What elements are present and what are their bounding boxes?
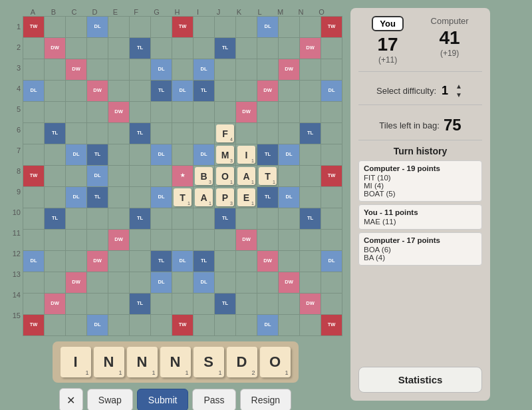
board-cell[interactable]: DL — [257, 315, 278, 335]
board-cell[interactable] — [87, 272, 108, 293]
board-cell[interactable] — [257, 102, 278, 122]
board-cell[interactable] — [172, 38, 193, 59]
board-cell[interactable]: DL — [23, 81, 44, 101]
board-cell[interactable] — [108, 272, 129, 293]
board-cell[interactable]: TL — [45, 123, 65, 144]
board-cell[interactable] — [108, 251, 129, 272]
board-cell[interactable] — [130, 166, 150, 186]
board-cell[interactable]: TL — [45, 208, 65, 229]
board-cell[interactable]: DL — [66, 187, 86, 208]
board-cell[interactable] — [66, 38, 86, 59]
board-cell[interactable] — [151, 17, 172, 37]
board-cell[interactable] — [279, 251, 299, 272]
board-cell[interactable] — [87, 38, 108, 59]
board-cell[interactable]: DL — [172, 251, 193, 272]
board-cell[interactable] — [321, 144, 342, 165]
board-cell[interactable]: TL — [215, 294, 235, 314]
board-cell[interactable]: TW — [23, 315, 44, 335]
board-cell[interactable]: TL — [257, 187, 278, 208]
board-cell[interactable] — [45, 17, 65, 37]
board-cell[interactable] — [236, 38, 257, 59]
board-cell[interactable]: DL — [321, 81, 342, 101]
board-cell[interactable] — [87, 294, 108, 314]
hand-tile[interactable]: I1 — [61, 347, 91, 377]
board-cell[interactable] — [257, 123, 278, 144]
board-cell[interactable] — [194, 123, 214, 144]
hand-tile[interactable]: N1 — [160, 347, 191, 377]
board-cell[interactable] — [23, 208, 44, 229]
board-cell[interactable] — [215, 251, 235, 272]
board-cell[interactable]: DW — [236, 102, 257, 122]
board-cell[interactable] — [66, 17, 86, 37]
board-cell[interactable]: DL — [87, 17, 108, 37]
board-cell[interactable] — [300, 230, 321, 250]
board-cell[interactable]: I1 — [236, 144, 257, 165]
board-cell[interactable] — [172, 208, 193, 229]
board-cell[interactable] — [300, 272, 321, 293]
board-cell[interactable] — [108, 315, 129, 335]
board-cell[interactable] — [45, 102, 65, 122]
board-cell[interactable] — [151, 230, 172, 250]
board-cell[interactable] — [45, 251, 65, 272]
board-cell[interactable]: TW — [321, 315, 342, 335]
board-cell[interactable]: M3 — [215, 144, 235, 165]
board-cell[interactable]: DL — [279, 187, 299, 208]
board-cell[interactable]: O1 — [215, 166, 235, 186]
board-cell[interactable] — [108, 38, 129, 59]
statistics-button[interactable]: Statistics — [358, 367, 482, 393]
board-cell[interactable] — [194, 230, 214, 250]
board-cell[interactable] — [215, 81, 235, 101]
board-cell[interactable]: DL — [194, 144, 214, 165]
board-cell[interactable] — [108, 144, 129, 165]
board-cell[interactable]: DW — [279, 59, 299, 80]
board-cell[interactable] — [215, 230, 235, 250]
board-cell[interactable] — [236, 123, 257, 144]
board-cell[interactable] — [279, 208, 299, 229]
board-cell[interactable] — [130, 144, 150, 165]
board-cell[interactable] — [257, 230, 278, 250]
board-cell[interactable] — [130, 251, 150, 272]
board-cell[interactable] — [257, 38, 278, 59]
board-cell[interactable] — [194, 315, 214, 335]
board-cell[interactable] — [23, 38, 44, 59]
board-cell[interactable] — [66, 208, 86, 229]
board-cell[interactable] — [151, 315, 172, 335]
board-cell[interactable] — [45, 59, 65, 80]
board-cell[interactable] — [257, 294, 278, 314]
board-cell[interactable] — [279, 315, 299, 335]
board-cell[interactable]: DW — [66, 59, 86, 80]
board-cell[interactable]: B3 — [194, 166, 214, 186]
board-cell[interactable]: DL — [151, 144, 172, 165]
board-cell[interactable] — [300, 59, 321, 80]
board-cell[interactable]: F4 — [215, 123, 235, 144]
board-cell[interactable] — [87, 230, 108, 250]
board-cell[interactable] — [279, 81, 299, 101]
board-cell[interactable]: DL — [321, 251, 342, 272]
board-cell[interactable] — [151, 38, 172, 59]
board-cell[interactable]: DW — [257, 81, 278, 101]
shuffle-button[interactable]: ✕ — [59, 388, 83, 410]
board-cell[interactable]: DL — [151, 187, 172, 208]
board-cell[interactable] — [279, 230, 299, 250]
board-cell[interactable] — [45, 315, 65, 335]
board-cell[interactable] — [194, 294, 214, 314]
board-cell[interactable] — [130, 230, 150, 250]
board-cell[interactable] — [87, 102, 108, 122]
board-cell[interactable]: TL — [151, 81, 172, 101]
board-cell[interactable] — [172, 294, 193, 314]
board-cell[interactable] — [279, 166, 299, 186]
board-cell[interactable] — [108, 294, 129, 314]
board-cell[interactable]: DW — [300, 294, 321, 314]
board-cell[interactable]: TL — [194, 251, 214, 272]
board-cell[interactable] — [321, 294, 342, 314]
board-cell[interactable]: TL — [87, 187, 108, 208]
board-cell[interactable]: TL — [130, 208, 150, 229]
board-cell[interactable] — [194, 102, 214, 122]
board-cell[interactable] — [236, 208, 257, 229]
board-cell[interactable] — [194, 17, 214, 37]
board-cell[interactable]: DL — [194, 272, 214, 293]
board-cell[interactable]: DW — [108, 230, 129, 250]
board-cell[interactable] — [108, 59, 129, 80]
board-cell[interactable]: DW — [45, 38, 65, 59]
swap-button[interactable]: Swap — [87, 389, 133, 410]
